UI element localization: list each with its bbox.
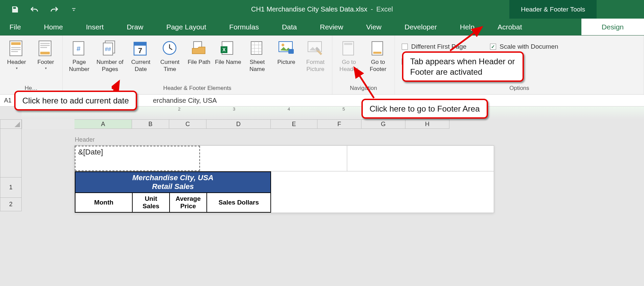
svg-rect-26 — [288, 49, 294, 54]
col-header-a[interactable]: A — [74, 119, 132, 129]
svg-rect-2 — [11, 47, 21, 48]
contextual-tab-group-title: Header & Footer Tools — [509, 0, 597, 19]
sheet-name-label: Sheet Name — [244, 58, 270, 73]
svg-point-25 — [282, 44, 284, 46]
picture-button[interactable]: Picture — [273, 38, 299, 66]
worksheet-area: 1 2 3 4 5 6 7 A B C D E F G H 1 2 Header… — [0, 106, 644, 286]
svg-rect-23 — [251, 42, 262, 54]
tab-developer[interactable]: Developer — [402, 19, 440, 35]
col-header-g[interactable]: G — [361, 119, 405, 129]
header-center-cell[interactable] — [200, 146, 347, 171]
tab-home[interactable]: Home — [41, 19, 66, 35]
window-title: CH1 Merchandise City Sales Data.xlsx - E… — [251, 5, 393, 13]
format-picture-button: Format Picture — [302, 38, 329, 73]
formula-text: erchandise City, USA — [153, 97, 217, 104]
svg-rect-29 — [344, 43, 352, 45]
col-header-h[interactable]: H — [405, 119, 449, 129]
tab-draw[interactable]: Draw — [124, 19, 146, 35]
data-table: Merchandise City, USARetail Sales Month … — [75, 171, 271, 213]
col-header-d[interactable]: D — [206, 119, 271, 129]
col-header-f[interactable]: F — [317, 119, 361, 129]
format-picture-label: Format Picture — [302, 58, 329, 73]
header-left-value: &[Date] — [78, 148, 103, 156]
page-preview: Header &[Date] Merchandise City, USAReta… — [74, 145, 494, 213]
header-section-label: Header — [75, 136, 95, 143]
title-filename: CH1 Merchandise City Sales Data.xlsx — [251, 5, 367, 13]
callout-goto-footer: Click here to go to Footer Area — [361, 99, 488, 119]
column-headers: A B C D E F G H — [22, 119, 644, 129]
page-number-label: Page Number — [66, 58, 92, 73]
page-number-button[interactable]: # Page Number — [66, 38, 92, 73]
save-icon[interactable] — [10, 5, 20, 14]
ribbon: Header ▾ Footer ▾ He… # Page Number ## N… — [0, 35, 644, 95]
number-of-pages-button[interactable]: ## Number of Pages — [95, 38, 125, 73]
ribbon-tabs: File Home Insert Draw Page Layout Formul… — [0, 19, 644, 35]
ruler-tick: 3 — [233, 106, 235, 112]
svg-rect-3 — [11, 49, 21, 50]
tab-page-layout[interactable]: Page Layout — [163, 19, 209, 35]
tab-file[interactable]: File — [7, 19, 24, 35]
arrow-to-design-tab — [447, 24, 487, 52]
table-title-cell: Merchandise City, USARetail Sales — [75, 172, 271, 193]
footer-button-label: Footer — [37, 58, 54, 66]
svg-rect-7 — [40, 45, 50, 46]
svg-rect-9 — [40, 52, 50, 54]
row-header-2[interactable]: 2 — [0, 198, 22, 211]
svg-text:7: 7 — [138, 46, 142, 55]
ribbon-group-elements: # Page Number ## Number of Pages 7 Curre… — [63, 35, 332, 94]
svg-text:X: X — [222, 47, 226, 52]
tab-review[interactable]: Review — [317, 19, 346, 35]
chevron-down-icon: ▾ — [16, 66, 18, 70]
file-name-label: File Name — [215, 58, 241, 66]
qat-customize-icon[interactable] — [69, 5, 79, 14]
chk-label-scale: Scale with Documen — [499, 43, 558, 50]
header-button[interactable]: Header ▾ — [3, 38, 30, 70]
tab-view[interactable]: View — [363, 19, 384, 35]
tab-formulas[interactable]: Formulas — [226, 19, 262, 35]
table-title2: Retail Sales — [77, 182, 269, 191]
callout-current-date: Click here to add current date — [14, 91, 137, 111]
callout-design-tab: Tab appears when Header or Footer are ac… — [402, 51, 524, 82]
header-row[interactable]: &[Date] — [75, 146, 494, 171]
ruler-tick: 5 — [342, 106, 345, 112]
tab-insert[interactable]: Insert — [83, 19, 107, 35]
picture-label: Picture — [277, 58, 295, 66]
col-header-b[interactable]: B — [132, 119, 169, 129]
svg-rect-1 — [11, 42, 21, 45]
file-name-button[interactable]: X File Name — [215, 38, 241, 66]
svg-rect-4 — [11, 51, 18, 52]
checkbox-scale-with-doc[interactable]: Scale with Documen — [490, 43, 558, 50]
current-time-button[interactable]: Current Time — [157, 38, 183, 73]
header-right-cell[interactable] — [347, 146, 494, 171]
th-sales-dollars: Sales Dollars — [207, 193, 271, 212]
group-label-options: Options — [509, 84, 529, 94]
ruler-tick: 2 — [178, 106, 180, 112]
title-app: Excel — [376, 5, 393, 13]
tab-design[interactable]: Design — [581, 19, 644, 35]
tab-acrobat[interactable]: Acrobat — [495, 19, 525, 35]
row-headers: 1 2 — [0, 129, 22, 211]
select-all-triangle[interactable] — [0, 119, 22, 129]
table-title1: Merchandise City, USA — [132, 173, 214, 182]
svg-rect-16 — [134, 42, 146, 46]
group-label-elements: Header & Footer Elements — [163, 84, 231, 94]
file-path-button[interactable]: File Path — [186, 38, 212, 66]
header-left-cell[interactable]: &[Date] — [75, 146, 200, 171]
col-header-e[interactable]: E — [271, 119, 317, 129]
col-header-c[interactable]: C — [169, 119, 206, 129]
undo-icon[interactable] — [30, 5, 39, 14]
row-header-1[interactable]: 1 — [0, 177, 22, 198]
header-button-label: Header — [7, 58, 26, 66]
svg-rect-6 — [40, 43, 50, 44]
current-date-button[interactable]: 7 Current Date — [128, 38, 154, 73]
redo-icon[interactable] — [49, 5, 59, 14]
sheet-name-button[interactable]: Sheet Name — [244, 38, 270, 73]
svg-text:#: # — [76, 45, 81, 52]
quick-access-toolbar — [0, 5, 79, 14]
th-unit-sales: Unit Sales — [132, 193, 170, 212]
ruler-tick: 4 — [288, 106, 290, 112]
title-sep: - — [371, 5, 373, 13]
th-avg-price: Average Price — [170, 193, 207, 212]
footer-button[interactable]: Footer ▾ — [32, 38, 59, 70]
tab-data[interactable]: Data — [279, 19, 299, 35]
